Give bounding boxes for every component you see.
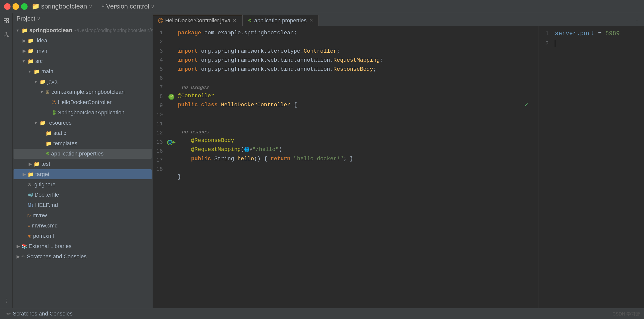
- sidebar-icon-more[interactable]: ⋮: [2, 296, 11, 305]
- arrow-icon: ▾: [17, 28, 22, 33]
- md-icon: M↓: [28, 203, 34, 208]
- tree-item-test[interactable]: ▶ 📁 test: [14, 159, 152, 169]
- tree-item-target[interactable]: ▶ 📁 target: [14, 169, 152, 179]
- editor-tabs: Ⓒ HelloDockerController.java ✕ ⚙ applica…: [153, 13, 644, 26]
- no-usages-hint-2: no usages: [176, 128, 533, 136]
- code-line-18: [176, 182, 533, 191]
- minimize-button[interactable]: [13, 3, 19, 10]
- run-gutter-icon[interactable]: ▶: [173, 139, 176, 146]
- folder-icon: 📁: [28, 38, 34, 44]
- tree-item-mvnwcmd[interactable]: ≡ mvnw.cmd: [14, 221, 152, 231]
- code-line-3: import org.springframework.stereotype. C…: [176, 47, 533, 56]
- tab-close-button[interactable]: ✕: [232, 17, 237, 24]
- tree-item-mvnw[interactable]: ▷ mvnw: [14, 210, 152, 220]
- tab-hello-docker-controller[interactable]: Ⓒ HelloDockerController.java ✕: [153, 15, 242, 26]
- java-code-content[interactable]: 1 2 3 4 5 6 7 8 9 10 11 12 13 16: [153, 26, 539, 308]
- branch-icon: ⑂: [101, 3, 105, 10]
- tree-item-label: main: [41, 68, 152, 75]
- code-line-13: public String hello () { return "hello d…: [176, 154, 533, 164]
- tree-item-application-properties[interactable]: ⚙ application.properties: [14, 149, 152, 159]
- vc-label: Version control: [106, 3, 149, 10]
- bottom-bar: ✏ Scratches and Consoles: [0, 308, 644, 319]
- svg-point-6: [8, 36, 9, 37]
- props-lines: server.port = 8989: [553, 29, 644, 305]
- tree-item-src[interactable]: ▾ 📁 src: [14, 56, 152, 66]
- tree-item-external-libraries[interactable]: ▶ 📚 External Libraries: [14, 241, 152, 251]
- tab-close-button[interactable]: ✕: [309, 17, 313, 24]
- sidebar-icon-structure[interactable]: [2, 30, 11, 39]
- arrow-icon: ▶: [17, 244, 22, 249]
- code-line-17: }: [176, 173, 533, 182]
- tree-item-dockerfile[interactable]: 🐳 Dockerfile: [14, 190, 152, 200]
- spring-gutter-icon[interactable]: 🌱: [168, 94, 174, 100]
- tree-item-scratches[interactable]: ▶ ✏ Scratches and Consoles: [14, 252, 152, 262]
- sidebar-icons: ⋮: [0, 13, 13, 308]
- tree-item-label: .mvn: [35, 48, 152, 54]
- project-panel-chevron[interactable]: ∨: [37, 16, 41, 22]
- spring-class-icon: Ⓢ: [52, 110, 56, 116]
- tree-item-label: HelloDockerController: [58, 99, 152, 106]
- tree-item-resources[interactable]: ▾ 📁 resources: [14, 118, 152, 128]
- tree-item-label: SpringbootcleanApplication: [58, 109, 152, 116]
- project-tree: ▾ 📁 springbootclean ~/Desktop/coding/spr…: [13, 24, 153, 308]
- tab-application-properties[interactable]: ⚙ application.properties ✕: [242, 15, 318, 26]
- close-button[interactable]: [4, 3, 11, 10]
- xml-icon: m: [28, 233, 32, 239]
- checkmark-icon: ✓: [524, 99, 528, 111]
- arrow-icon: ▾: [29, 69, 34, 74]
- folder-icon: 📁: [28, 171, 34, 177]
- properties-icon: ⚙: [46, 151, 50, 156]
- tree-item-hello-docker-controller[interactable]: Ⓒ HelloDockerController: [14, 97, 152, 107]
- project-title-btn[interactable]: 📁 springbootclean ∨: [32, 3, 92, 10]
- tree-item-label: .idea: [35, 37, 152, 44]
- java-code-pane: 1 2 3 4 5 6 7 8 9 10 11 12 13 16: [153, 26, 539, 308]
- tree-item-mvn[interactable]: ▶ 📁 .mvn: [14, 46, 152, 56]
- tree-item-helpmd[interactable]: M↓ HELP.md: [14, 200, 152, 210]
- arrow-icon: ▾: [35, 79, 40, 85]
- java-class-icon: Ⓒ: [52, 99, 56, 105]
- tree-item-label: pom.xml: [33, 233, 152, 239]
- properties-content[interactable]: 1 2 server.port = 8989: [539, 26, 644, 308]
- tab-more-button[interactable]: ⋮: [632, 18, 641, 26]
- tab-label: HelloDockerController.java: [165, 17, 230, 24]
- scratches-consoles-button[interactable]: ✏ Scratches and Consoles: [4, 309, 75, 318]
- web-gutter-icon[interactable]: 🌐: [167, 140, 173, 145]
- arrow-icon: ▶: [29, 161, 34, 167]
- arrow-icon: ▶: [23, 38, 28, 43]
- tree-item-gitignore[interactable]: ⊘ .gitignore: [14, 180, 152, 190]
- svg-rect-0: [4, 18, 6, 20]
- folder-icon: 📁: [28, 58, 34, 64]
- watermark: CSDN 学习营: [612, 311, 640, 317]
- tree-item-package[interactable]: ▾ ⊞ com.example.springbootclean: [14, 87, 152, 97]
- code-line-2: [176, 38, 533, 47]
- code-line-16: [176, 164, 533, 173]
- folder-icon: 📁: [40, 120, 46, 126]
- tree-item-label: springbootclean ~/Desktop/coding/springb…: [29, 27, 153, 34]
- tree-item-label: Scratches and Consoles: [27, 253, 152, 260]
- svg-line-8: [5, 35, 6, 36]
- tree-item-idea[interactable]: ▶ 📁 .idea: [14, 36, 152, 46]
- svg-rect-2: [4, 21, 6, 23]
- text-cursor: [555, 40, 555, 47]
- tree-item-label: .gitignore: [33, 181, 152, 188]
- tree-item-static[interactable]: 📁 static: [14, 128, 152, 138]
- tree-item-pomxml[interactable]: m pom.xml: [14, 231, 152, 241]
- java-tab-icon: Ⓒ: [158, 17, 163, 24]
- tree-item-main[interactable]: ▾ 📁 main: [14, 66, 152, 76]
- editor-split: 1 2 3 4 5 6 7 8 9 10 11 12 13 16: [153, 26, 644, 308]
- gitignore-icon: ⊘: [28, 182, 31, 187]
- version-control-btn[interactable]: ⑂ Version control ∨: [101, 3, 155, 10]
- tree-item-springbootclean[interactable]: ▾ 📁 springbootclean ~/Desktop/coding/spr…: [14, 25, 152, 35]
- sidebar-icon-project[interactable]: [2, 16, 11, 25]
- tree-item-springbootclean-app[interactable]: Ⓢ SpringbootcleanApplication: [14, 108, 152, 118]
- arrow-icon: ▾: [41, 89, 46, 95]
- fullscreen-button[interactable]: [21, 3, 28, 10]
- tree-item-label: java: [47, 78, 152, 85]
- tree-item-java-dir[interactable]: ▾ 📁 java: [14, 77, 152, 87]
- tree-item-templates[interactable]: 📁 templates: [14, 138, 152, 148]
- no-usages-hint: no usages: [176, 83, 533, 92]
- arrow-icon: ▾: [35, 120, 40, 126]
- project-panel-header: Project ∨: [13, 13, 153, 24]
- svg-point-4: [6, 32, 7, 33]
- tree-item-label: resources: [47, 120, 152, 126]
